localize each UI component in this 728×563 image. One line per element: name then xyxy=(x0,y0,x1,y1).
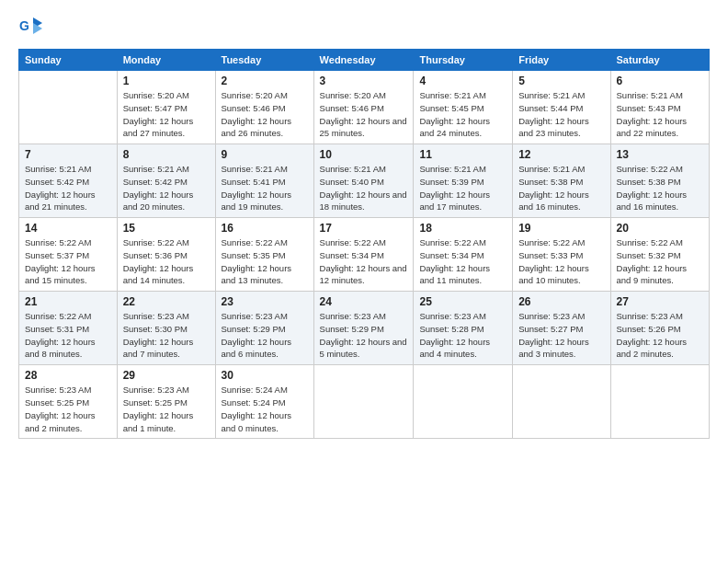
day-info: Sunrise: 5:21 AMSunset: 5:45 PMDaylight:… xyxy=(419,89,506,140)
day-info: Sunrise: 5:20 AMSunset: 5:46 PMDaylight:… xyxy=(222,89,308,140)
logo: G xyxy=(18,14,46,40)
day-number: 1 xyxy=(123,75,210,87)
cell-5-1: 28Sunrise: 5:23 AMSunset: 5:25 PMDayligh… xyxy=(19,365,118,439)
week-row-5: 28Sunrise: 5:23 AMSunset: 5:25 PMDayligh… xyxy=(19,365,710,439)
day-number: 11 xyxy=(419,148,506,161)
day-number: 2 xyxy=(222,75,308,87)
day-number: 26 xyxy=(518,295,604,308)
day-number: 16 xyxy=(222,222,308,235)
cell-5-7 xyxy=(610,365,709,439)
day-info: Sunrise: 5:21 AMSunset: 5:42 PMDaylight:… xyxy=(123,163,210,213)
cell-5-2: 29Sunrise: 5:23 AMSunset: 5:25 PMDayligh… xyxy=(117,365,215,439)
day-number: 17 xyxy=(320,222,408,235)
day-number: 13 xyxy=(617,148,703,161)
day-number: 15 xyxy=(123,222,210,235)
day-number: 25 xyxy=(419,295,506,308)
cell-3-1: 14Sunrise: 5:22 AMSunset: 5:37 PMDayligh… xyxy=(19,218,118,292)
day-number: 12 xyxy=(518,148,604,161)
cell-5-3: 30Sunrise: 5:24 AMSunset: 5:24 PMDayligh… xyxy=(215,365,313,439)
cell-1-1 xyxy=(19,71,118,144)
day-info: Sunrise: 5:22 AMSunset: 5:34 PMDaylight:… xyxy=(419,236,506,287)
cell-5-6 xyxy=(513,365,610,439)
cell-3-7: 20Sunrise: 5:22 AMSunset: 5:32 PMDayligh… xyxy=(610,218,709,292)
day-info: Sunrise: 5:23 AMSunset: 5:29 PMDaylight:… xyxy=(222,310,308,361)
cell-3-4: 17Sunrise: 5:22 AMSunset: 5:34 PMDayligh… xyxy=(313,218,414,292)
day-info: Sunrise: 5:20 AMSunset: 5:47 PMDaylight:… xyxy=(123,89,210,140)
day-number: 23 xyxy=(222,295,308,308)
day-number: 6 xyxy=(617,75,703,87)
day-info: Sunrise: 5:23 AMSunset: 5:25 PMDaylight:… xyxy=(123,384,210,434)
cell-2-1: 7Sunrise: 5:21 AMSunset: 5:42 PMDaylight… xyxy=(19,144,118,218)
day-number: 8 xyxy=(123,148,210,161)
day-info: Sunrise: 5:22 AMSunset: 5:38 PMDaylight:… xyxy=(617,163,703,213)
page: G SundayMondayTuesdayWednesdayThursdayFr… xyxy=(0,0,728,563)
day-info: Sunrise: 5:23 AMSunset: 5:26 PMDaylight:… xyxy=(617,310,703,361)
day-info: Sunrise: 5:21 AMSunset: 5:43 PMDaylight:… xyxy=(617,89,703,140)
week-row-4: 21Sunrise: 5:22 AMSunset: 5:31 PMDayligh… xyxy=(19,292,710,365)
svg-text:G: G xyxy=(19,18,29,33)
header: G xyxy=(18,14,710,40)
day-info: Sunrise: 5:21 AMSunset: 5:44 PMDaylight:… xyxy=(518,89,604,140)
day-info: Sunrise: 5:23 AMSunset: 5:28 PMDaylight:… xyxy=(419,310,506,361)
cell-1-4: 3Sunrise: 5:20 AMSunset: 5:46 PMDaylight… xyxy=(313,71,414,144)
day-info: Sunrise: 5:22 AMSunset: 5:36 PMDaylight:… xyxy=(123,236,210,287)
day-info: Sunrise: 5:22 AMSunset: 5:35 PMDaylight:… xyxy=(222,236,308,287)
logo-icon: G xyxy=(18,14,44,40)
col-header-wednesday: Wednesday xyxy=(313,50,414,71)
day-info: Sunrise: 5:21 AMSunset: 5:39 PMDaylight:… xyxy=(419,163,506,213)
cell-2-5: 11Sunrise: 5:21 AMSunset: 5:39 PMDayligh… xyxy=(414,144,513,218)
day-info: Sunrise: 5:23 AMSunset: 5:29 PMDaylight:… xyxy=(320,310,408,361)
cell-4-3: 23Sunrise: 5:23 AMSunset: 5:29 PMDayligh… xyxy=(215,292,313,365)
day-number: 30 xyxy=(222,369,308,382)
cell-1-2: 1Sunrise: 5:20 AMSunset: 5:47 PMDaylight… xyxy=(117,71,215,144)
day-number: 4 xyxy=(419,75,506,87)
cell-4-6: 26Sunrise: 5:23 AMSunset: 5:27 PMDayligh… xyxy=(513,292,610,365)
day-number: 24 xyxy=(320,295,408,308)
cell-4-7: 27Sunrise: 5:23 AMSunset: 5:26 PMDayligh… xyxy=(610,292,709,365)
day-number: 14 xyxy=(25,222,111,235)
day-info: Sunrise: 5:20 AMSunset: 5:46 PMDaylight:… xyxy=(320,89,408,140)
col-header-friday: Friday xyxy=(513,50,610,71)
day-number: 3 xyxy=(320,75,408,87)
day-info: Sunrise: 5:22 AMSunset: 5:37 PMDaylight:… xyxy=(25,236,111,287)
cell-3-6: 19Sunrise: 5:22 AMSunset: 5:33 PMDayligh… xyxy=(513,218,610,292)
day-info: Sunrise: 5:21 AMSunset: 5:41 PMDaylight:… xyxy=(222,163,308,213)
day-info: Sunrise: 5:22 AMSunset: 5:31 PMDaylight:… xyxy=(25,310,111,361)
day-number: 29 xyxy=(123,369,210,382)
cell-3-3: 16Sunrise: 5:22 AMSunset: 5:35 PMDayligh… xyxy=(215,218,313,292)
day-number: 5 xyxy=(518,75,604,87)
day-info: Sunrise: 5:22 AMSunset: 5:34 PMDaylight:… xyxy=(320,236,408,287)
day-info: Sunrise: 5:24 AMSunset: 5:24 PMDaylight:… xyxy=(222,384,308,434)
cell-4-1: 21Sunrise: 5:22 AMSunset: 5:31 PMDayligh… xyxy=(19,292,118,365)
cell-1-3: 2Sunrise: 5:20 AMSunset: 5:46 PMDaylight… xyxy=(215,71,313,144)
week-row-1: 1Sunrise: 5:20 AMSunset: 5:47 PMDaylight… xyxy=(19,71,710,144)
col-header-saturday: Saturday xyxy=(610,50,709,71)
day-info: Sunrise: 5:21 AMSunset: 5:42 PMDaylight:… xyxy=(25,163,111,213)
cell-1-5: 4Sunrise: 5:21 AMSunset: 5:45 PMDaylight… xyxy=(414,71,513,144)
cell-1-6: 5Sunrise: 5:21 AMSunset: 5:44 PMDaylight… xyxy=(513,71,610,144)
day-number: 20 xyxy=(617,222,703,235)
cell-2-2: 8Sunrise: 5:21 AMSunset: 5:42 PMDaylight… xyxy=(117,144,215,218)
col-header-thursday: Thursday xyxy=(414,50,513,71)
day-number: 7 xyxy=(25,148,111,161)
day-number: 27 xyxy=(617,295,703,308)
calendar-table: SundayMondayTuesdayWednesdayThursdayFrid… xyxy=(18,49,710,439)
cell-2-6: 12Sunrise: 5:21 AMSunset: 5:38 PMDayligh… xyxy=(513,144,610,218)
cell-2-7: 13Sunrise: 5:22 AMSunset: 5:38 PMDayligh… xyxy=(610,144,709,218)
cell-2-4: 10Sunrise: 5:21 AMSunset: 5:40 PMDayligh… xyxy=(313,144,414,218)
day-number: 22 xyxy=(123,295,210,308)
cell-4-2: 22Sunrise: 5:23 AMSunset: 5:30 PMDayligh… xyxy=(117,292,215,365)
day-info: Sunrise: 5:21 AMSunset: 5:40 PMDaylight:… xyxy=(320,163,408,213)
cell-3-5: 18Sunrise: 5:22 AMSunset: 5:34 PMDayligh… xyxy=(414,218,513,292)
day-info: Sunrise: 5:22 AMSunset: 5:32 PMDaylight:… xyxy=(617,236,703,287)
cell-3-2: 15Sunrise: 5:22 AMSunset: 5:36 PMDayligh… xyxy=(117,218,215,292)
col-header-monday: Monday xyxy=(117,50,215,71)
week-row-2: 7Sunrise: 5:21 AMSunset: 5:42 PMDaylight… xyxy=(19,144,710,218)
day-info: Sunrise: 5:22 AMSunset: 5:33 PMDaylight:… xyxy=(518,236,604,287)
col-header-sunday: Sunday xyxy=(19,50,118,71)
day-info: Sunrise: 5:23 AMSunset: 5:25 PMDaylight:… xyxy=(25,384,111,434)
day-number: 10 xyxy=(320,148,408,161)
cell-5-5 xyxy=(414,365,513,439)
cell-1-7: 6Sunrise: 5:21 AMSunset: 5:43 PMDaylight… xyxy=(610,71,709,144)
day-number: 18 xyxy=(419,222,506,235)
